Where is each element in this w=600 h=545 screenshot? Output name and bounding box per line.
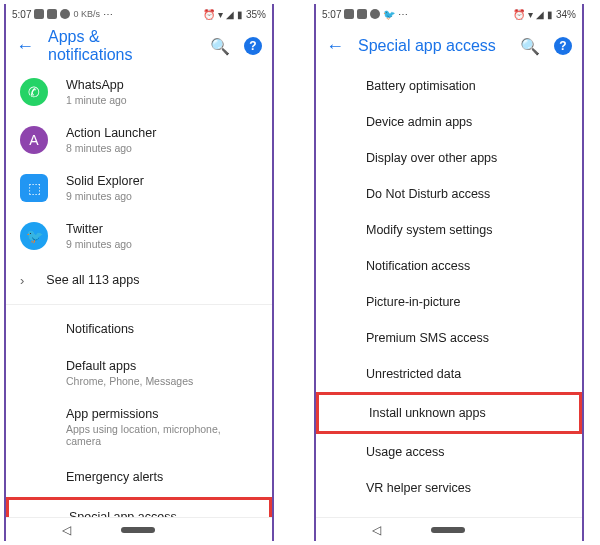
status-icon [47, 9, 57, 19]
header: ← Apps & notifications 🔍 ? [6, 24, 272, 68]
section-emergency-alerts[interactable]: Emergency alerts [6, 457, 272, 497]
nav-back-icon[interactable]: ◁ [62, 523, 71, 537]
app-name: Action Launcher [66, 126, 156, 140]
more-icon: ⋯ [103, 9, 113, 20]
battery-icon: ▮ [547, 9, 553, 20]
status-icon [344, 9, 354, 19]
twitter-status-icon: 🐦 [383, 9, 395, 20]
item-vr-helper-services[interactable]: VR helper services [316, 470, 582, 506]
solid-explorer-icon: ⬚ [20, 174, 48, 202]
item-do-not-disturb-access[interactable]: Do Not Disturb access [316, 176, 582, 212]
back-icon[interactable]: ← [326, 36, 344, 57]
item-premium-sms-access[interactable]: Premium SMS access [316, 320, 582, 356]
section-app-permissions[interactable]: App permissions Apps using location, mic… [6, 397, 272, 457]
back-icon[interactable]: ← [16, 36, 34, 57]
section-notifications[interactable]: Notifications [6, 309, 272, 349]
app-sub: 1 minute ago [66, 94, 127, 106]
status-bar: 5:07 🐦 ⋯ ⏰ ▾ ◢ ▮ 34% [316, 4, 582, 24]
alarm-icon: ⏰ [513, 9, 525, 20]
section-sub: Apps using location, microphone, camera [66, 423, 258, 447]
section-special-app-access[interactable]: Special app access 4 apps can use unrest… [6, 497, 272, 517]
more-icon: ⋯ [398, 9, 408, 20]
section-sub: Chrome, Phone, Messages [66, 375, 193, 387]
status-time: 5:07 [322, 9, 341, 20]
item-unrestricted-data[interactable]: Unrestricted data [316, 356, 582, 392]
content: ✆ WhatsApp 1 minute ago A Action Launche… [6, 68, 272, 517]
whatsapp-icon: ✆ [20, 78, 48, 106]
item-battery-optimisation[interactable]: Battery optimisation [316, 68, 582, 104]
app-name: WhatsApp [66, 78, 127, 92]
nav-bar: ◁ [6, 517, 272, 541]
whatsapp-status-icon [60, 9, 70, 19]
twitter-icon: 🐦 [20, 222, 48, 250]
alarm-icon: ⏰ [203, 9, 215, 20]
wifi-icon: ▾ [218, 9, 223, 20]
app-sub: 8 minutes ago [66, 142, 156, 154]
item-display-over-other-apps[interactable]: Display over other apps [316, 140, 582, 176]
item-modify-system-settings[interactable]: Modify system settings [316, 212, 582, 248]
battery-pct: 34% [556, 9, 576, 20]
item-usage-access[interactable]: Usage access [316, 434, 582, 470]
app-row-twitter[interactable]: 🐦 Twitter 9 minutes ago [6, 212, 272, 260]
chevron-right-icon: › [20, 273, 24, 288]
phone-apps-notifications: 5:07 0 KB/s ⋯ ⏰ ▾ ◢ ▮ 35% ← Apps & notif… [4, 4, 274, 541]
help-icon[interactable]: ? [554, 37, 572, 55]
section-default-apps[interactable]: Default apps Chrome, Phone, Messages [6, 349, 272, 397]
search-icon[interactable]: 🔍 [520, 37, 540, 56]
status-bar: 5:07 0 KB/s ⋯ ⏰ ▾ ◢ ▮ 35% [6, 4, 272, 24]
item-device-admin-apps[interactable]: Device admin apps [316, 104, 582, 140]
status-icon [357, 9, 367, 19]
app-name: Twitter [66, 222, 132, 236]
item-notification-access[interactable]: Notification access [316, 248, 582, 284]
signal-icon: ◢ [536, 9, 544, 20]
status-time: 5:07 [12, 9, 31, 20]
app-name: Solid Explorer [66, 174, 144, 188]
page-title: Special app access [358, 37, 496, 55]
app-sub: 9 minutes ago [66, 238, 132, 250]
divider [6, 304, 272, 305]
battery-icon: ▮ [237, 9, 243, 20]
section-title: Default apps [66, 359, 193, 373]
item-directory-access[interactable]: Directory access [316, 506, 582, 517]
app-row-whatsapp[interactable]: ✆ WhatsApp 1 minute ago [6, 68, 272, 116]
nav-home-pill[interactable] [431, 527, 465, 533]
header: ← Special app access 🔍 ? [316, 24, 582, 68]
status-icon [34, 9, 44, 19]
phone-special-app-access: 5:07 🐦 ⋯ ⏰ ▾ ◢ ▮ 34% ← Special app acces… [314, 4, 584, 541]
help-icon[interactable]: ? [244, 37, 262, 55]
whatsapp-status-icon [370, 9, 380, 19]
item-picture-in-picture[interactable]: Picture-in-picture [316, 284, 582, 320]
see-all-apps[interactable]: › See all 113 apps [6, 260, 272, 300]
content: Battery optimisation Device admin apps D… [316, 68, 582, 517]
wifi-icon: ▾ [528, 9, 533, 20]
net-speed: 0 KB/s [73, 9, 100, 19]
section-title: Emergency alerts [66, 470, 163, 484]
section-title: Notifications [66, 322, 134, 336]
section-title: Special app access [69, 510, 221, 517]
app-row-solid-explorer[interactable]: ⬚ Solid Explorer 9 minutes ago [6, 164, 272, 212]
item-install-unknown-apps[interactable]: Install unknown apps [316, 392, 582, 434]
app-sub: 9 minutes ago [66, 190, 144, 202]
nav-home-pill[interactable] [121, 527, 155, 533]
page-title: Apps & notifications [48, 28, 186, 64]
action-launcher-icon: A [20, 126, 48, 154]
signal-icon: ◢ [226, 9, 234, 20]
see-all-label: See all 113 apps [46, 273, 139, 287]
section-title: App permissions [66, 407, 258, 421]
battery-pct: 35% [246, 9, 266, 20]
nav-bar: ◁ [316, 517, 582, 541]
search-icon[interactable]: 🔍 [210, 37, 230, 56]
app-row-action-launcher[interactable]: A Action Launcher 8 minutes ago [6, 116, 272, 164]
nav-back-icon[interactable]: ◁ [372, 523, 381, 537]
